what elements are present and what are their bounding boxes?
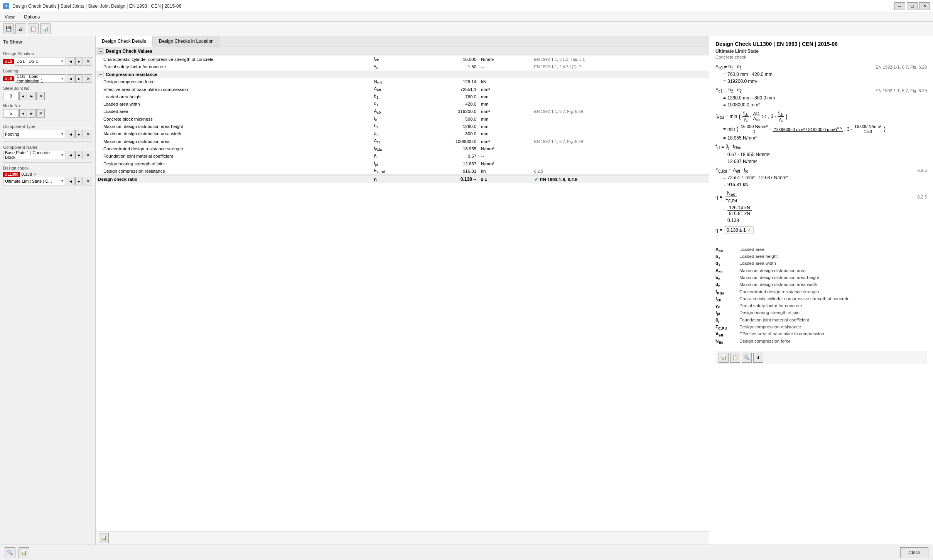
comptype-next[interactable]: ► xyxy=(75,130,83,138)
legend-section: Ac0 Loaded area b1 Loaded area height d1… xyxy=(715,242,927,345)
close-bottom-button[interactable]: Close xyxy=(900,547,928,558)
legend-desc: Concentrated design resistance strength xyxy=(739,289,819,295)
joint-next[interactable]: ► xyxy=(28,92,35,100)
frdu-num-line: = min ( 16.000 N/mm² 1 · (1008000.0 mm² … xyxy=(715,124,927,134)
compname-x[interactable]: ✕ xyxy=(84,151,92,159)
loading-x[interactable]: ✕ xyxy=(84,74,92,83)
bottom-left: 🔍 📊 xyxy=(5,547,29,558)
check-prev[interactable]: ◄ xyxy=(67,177,74,185)
right-tool-1[interactable]: 📊 xyxy=(719,353,729,363)
param-symbol: Ac0 xyxy=(372,108,408,115)
tab-design-checks-location[interactable]: Design Checks in Location xyxy=(153,36,220,47)
param-label: Concentrated design resistance strength xyxy=(96,145,372,152)
right-tool-2[interactable]: 📋 xyxy=(730,353,740,363)
design-situation-combo[interactable]: DS1 - DS 1 ▼ xyxy=(15,57,66,66)
legend-row: d1 Loaded area width xyxy=(715,261,927,267)
collapse-icon[interactable]: − xyxy=(98,49,103,54)
steel-joint-input[interactable] xyxy=(3,92,19,100)
param-label: Concrete block thickness xyxy=(96,115,372,123)
panel-tool-1[interactable]: 📊 xyxy=(99,533,109,543)
bottom-chart-button[interactable]: 📊 xyxy=(19,547,29,558)
legend-sym: b1 xyxy=(715,254,735,260)
design-check-combo[interactable]: Ultimate Limit State | C... ▼ xyxy=(3,177,66,185)
param-symbol: γc xyxy=(372,63,408,70)
check-x[interactable]: ✕ xyxy=(84,177,92,185)
situation-prev[interactable]: ◄ xyxy=(67,57,74,66)
param-symbol: fRdu xyxy=(372,145,408,152)
legend-sym: γc xyxy=(715,303,735,309)
table-scroll: − Design Check Values Characteristic cyl… xyxy=(96,47,709,531)
ac0-def-line: Ac0 = b1 · d1 EN 1992-1-1, 6.7, Fig. 6.2… xyxy=(715,64,927,70)
eta-vals-line: = 126.14 kN 916.81 kN xyxy=(715,205,927,216)
close-button[interactable]: ✕ xyxy=(919,2,930,10)
legend-desc: Partial safety factor for concrete xyxy=(739,303,802,309)
right-tool-4[interactable]: ⬇ xyxy=(753,353,763,363)
legend-sym: Ac1 xyxy=(715,268,735,274)
legend-sym: βj xyxy=(715,318,735,323)
bottom-search-button[interactable]: 🔍 xyxy=(5,547,15,558)
table-row: Loaded area width d1 420.0 mm xyxy=(96,100,709,108)
legend-sym: fRdu xyxy=(715,289,735,295)
steel-joint-label: Steel Joint No. xyxy=(3,86,92,91)
compname-prev[interactable]: ◄ xyxy=(67,151,74,159)
node-row: ◄ ► ✕ xyxy=(3,109,92,118)
comptype-x[interactable]: ✕ xyxy=(84,130,92,138)
compress-expand-icon[interactable]: − xyxy=(98,72,103,77)
loading-prev[interactable]: ◄ xyxy=(67,74,74,83)
node-x[interactable]: ✕ xyxy=(36,109,45,118)
table-row: Maximum design distribution area width d… xyxy=(96,130,709,138)
param-unit: mm xyxy=(479,100,532,108)
component-name-label: Component Name xyxy=(3,145,92,150)
node-next[interactable]: ► xyxy=(28,109,35,118)
param-unit: kN xyxy=(479,167,532,175)
right-panel-state: Ultimate Limit State xyxy=(715,49,927,54)
situation-next[interactable]: ► xyxy=(75,57,83,66)
frdu-result-line: = 18.955 N/mm² xyxy=(715,135,927,141)
fcrd-formula-block: FC,Rd = Aeff · fjd 6.2.5 = 72551.1 mm² ·… xyxy=(715,167,927,187)
center-panel: Design Check Details Design Checks in Lo… xyxy=(96,36,709,545)
loading-label: Loading xyxy=(3,69,92,73)
param-value: 12.637 xyxy=(408,160,479,167)
param-symbol: NEd xyxy=(372,78,408,86)
node-prev[interactable]: ◄ xyxy=(19,109,27,118)
param-ref: 6.2.5 xyxy=(532,167,709,175)
title-bar: ✦ Design Check Details | Steel Joints | … xyxy=(0,0,933,12)
legend-row: fRdu Concentrated design resistance stre… xyxy=(715,289,927,295)
loading-next[interactable]: ► xyxy=(75,74,83,83)
legend-row: Aeff Effective area of base plate in com… xyxy=(715,331,927,337)
table-row: Loaded area height b1 760.0 mm xyxy=(96,93,709,100)
copy-button[interactable]: 📋 xyxy=(28,24,39,34)
component-type-combo[interactable]: Footing ▼ xyxy=(3,130,66,138)
menu-options[interactable]: Options xyxy=(22,13,41,20)
save-button[interactable]: 💾 xyxy=(3,24,14,34)
legend-row: βj Foundation joint material coefficient xyxy=(715,318,927,323)
comptype-prev[interactable]: ◄ xyxy=(67,130,74,138)
loading-combo[interactable]: CO1 - Load combination 1 ▼ xyxy=(15,74,66,83)
fcrd-vals-line: = 72551.1 mm² · 12.637 N/mm² xyxy=(715,175,927,180)
table-row: − Compression resistance xyxy=(96,71,709,78)
menu-view[interactable]: View xyxy=(3,13,16,20)
param-unit: mm xyxy=(479,130,532,138)
check-ratio: 0.138 xyxy=(22,172,32,177)
node-input[interactable] xyxy=(3,109,19,118)
node-label: Node No. xyxy=(3,103,92,108)
minimize-button[interactable]: ─ xyxy=(894,2,905,10)
chart-button[interactable]: 📊 xyxy=(40,24,51,34)
joint-prev[interactable]: ◄ xyxy=(19,92,27,100)
right-tool-3[interactable]: 🔍 xyxy=(742,353,752,363)
check-next[interactable]: ► xyxy=(75,177,83,185)
param-unit: mm² xyxy=(479,86,532,93)
table-row: Maximum design distribution area Ac1 100… xyxy=(96,138,709,145)
param-ref: EN 1992-1-1, 2.4.2.4(1), T... xyxy=(532,63,709,70)
restore-button[interactable]: □ xyxy=(907,2,918,10)
situation-x[interactable]: ✕ xyxy=(84,57,92,66)
tab-design-check-details[interactable]: Design Check Details xyxy=(96,36,153,47)
ac0-result: 319200.0 mm² xyxy=(727,79,757,84)
joint-x[interactable]: ✕ xyxy=(36,92,45,100)
compression-header: Compression resistance xyxy=(106,72,157,77)
component-name-combo[interactable]: Base Plate 1 | Concrete Block ▼ xyxy=(3,151,66,159)
fjd-formula-block: fjd = βj · fRdu = 0.67 · 18.955 N/mm² = … xyxy=(715,144,927,164)
print-button[interactable]: 🖨 xyxy=(15,24,26,34)
component-name-row: Base Plate 1 | Concrete Block ▼ ◄ ► ✕ xyxy=(3,151,92,159)
compname-next[interactable]: ► xyxy=(75,151,83,159)
